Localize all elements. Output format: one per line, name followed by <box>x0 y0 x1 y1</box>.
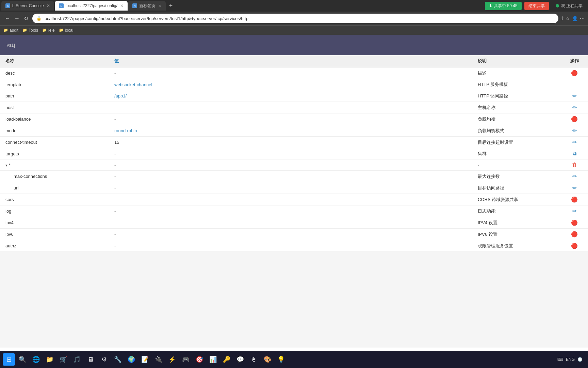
page-header: vs1] <box>0 35 588 55</box>
tab-localhost[interactable]: L localhost:7227/pages/config/ ✕ <box>55 1 128 11</box>
cell-value-ipv6: - <box>109 229 472 240</box>
cell-desc-connect-timeout: 目标连接超时设置 <box>472 137 561 148</box>
cell-action-connect-timeout: ✏ <box>561 137 588 148</box>
taskbar-lightning[interactable]: ⚡ <box>166 353 178 366</box>
col-header-value: 值 <box>109 55 472 67</box>
delete-icon[interactable]: 🔴 <box>571 220 578 226</box>
copy-icon[interactable]: ⧉ <box>573 151 576 156</box>
col-header-action: 操作 <box>561 55 588 67</box>
taskbar-idea[interactable]: 💡 <box>275 353 287 366</box>
new-tab-button[interactable]: + <box>166 2 176 10</box>
bookmark-button[interactable]: ☆ <box>566 16 570 21</box>
address-actions: ⤴ ☆ 👤 ⋯ <box>561 16 585 21</box>
delete-icon[interactable]: 🔴 <box>571 197 578 202</box>
edit-icon[interactable]: ✏ <box>572 128 577 134</box>
cell-desc-loadbalance: 负载均衡 <box>472 113 561 125</box>
cell-desc-ipv4: IPV4 设置 <box>472 217 561 229</box>
taskbar-game[interactable]: 🎮 <box>180 353 192 366</box>
tab-close-1[interactable]: ✕ <box>47 3 50 8</box>
cell-action-max-connections: ✏ <box>561 171 588 182</box>
table-header: 名称 值 说明 操作 <box>0 55 588 67</box>
bookmark-local[interactable]: 📁 local <box>59 28 74 33</box>
taskbar-terminal[interactable]: 🖥 <box>84 353 97 366</box>
forward-button[interactable]: → <box>13 15 21 22</box>
taskbar-notepad[interactable]: 📝 <box>139 353 151 366</box>
taskbar-tools[interactable]: 🔧 <box>112 353 124 366</box>
cell-desc-ipv6: IPV6 设置 <box>472 229 561 240</box>
taskbar-chart[interactable]: 📊 <box>207 353 219 366</box>
edit-icon[interactable]: ✏ <box>572 93 577 99</box>
taskbar-music[interactable]: 🎵 <box>71 353 83 366</box>
edit-icon[interactable]: ✏ <box>572 185 577 191</box>
bookmark-audit[interactable]: 📁 audit <box>3 28 18 33</box>
taskbar-settings[interactable]: ⚙ <box>98 353 110 366</box>
address-bar[interactable]: 🔒 localhost:7227/pages/config/index.html… <box>32 14 558 23</box>
cell-name-host: host <box>0 102 109 113</box>
folder-icon-2: 📁 <box>22 28 27 32</box>
table-body: desc - 描述 🔴 template websocket-channel H… <box>0 67 588 252</box>
taskbar-file-explorer[interactable]: 📁 <box>44 353 56 366</box>
taskbar-power[interactable]: 🔌 <box>152 353 165 366</box>
delete-icon[interactable]: 🗑 <box>572 162 577 168</box>
cell-name-log: log <box>0 205 109 217</box>
share-page-button[interactable]: ⤴ <box>561 16 564 21</box>
taskbar-key[interactable]: 🔑 <box>220 353 233 366</box>
delete-icon[interactable]: 🔴 <box>571 116 578 122</box>
cell-action-loadbalance: 🔴 <box>561 113 588 125</box>
taskbar-store[interactable]: 🛒 <box>57 353 69 366</box>
address-text: localhost:7227/pages/config/index.html?b… <box>44 16 248 21</box>
menu-button[interactable]: ⋯ <box>580 16 585 21</box>
table-row: ipv4 - IPV4 设置 🔴 <box>0 217 588 229</box>
tab-server-console[interactable]: S b Server Console ✕ <box>1 1 54 11</box>
cell-value-url: - <box>109 182 472 194</box>
bookmark-tools[interactable]: 📁 Tools <box>22 28 38 33</box>
path-link[interactable]: /app1/ <box>114 93 127 98</box>
edit-icon[interactable]: ✏ <box>572 139 577 145</box>
reload-button[interactable]: ↻ <box>22 15 30 22</box>
taskbar-paint[interactable]: 🎨 <box>261 353 274 366</box>
taskbar-chat[interactable]: 💬 <box>234 353 246 366</box>
table-row: connect-timeout 15 目标连接超时设置 ✏ <box>0 137 588 148</box>
delete-icon[interactable]: 🔴 <box>571 243 578 249</box>
taskbar-keyboard-icon: ⌨ <box>557 357 563 362</box>
cell-action-authz: 🔴 <box>561 240 588 252</box>
taskbar-globe[interactable]: 🌍 <box>125 353 137 366</box>
share-time-label: 共享中 59:45 <box>494 3 517 9</box>
cell-desc-host: 主机名称 <box>472 102 561 113</box>
end-share-button[interactable]: 结束共享 <box>524 2 549 10</box>
mode-link[interactable]: round-robin <box>114 128 137 133</box>
taskbar-target[interactable]: 🎯 <box>193 353 206 366</box>
cell-name-mode: mode <box>0 125 109 137</box>
cell-desc-mode: 负载均衡模式 <box>472 125 561 137</box>
cell-desc-desc: 描述 <box>472 67 561 79</box>
table-row: url - 目标访问路径 ✏ <box>0 182 588 194</box>
tab-close-2[interactable]: ✕ <box>120 3 124 8</box>
edit-icon[interactable]: ✏ <box>572 173 577 179</box>
cell-name-loadbalance: load-balance <box>0 113 109 125</box>
edit-icon[interactable]: ✏ <box>572 208 577 214</box>
cell-value-path: /app1/ <box>109 90 472 102</box>
lock-icon: 🔒 <box>36 16 42 21</box>
tab-close-3[interactable]: ✕ <box>158 3 162 8</box>
delete-icon[interactable]: 🔴 <box>571 231 578 237</box>
bookmark-lele[interactable]: 📁 lele <box>42 28 55 33</box>
bookmark-audit-label: audit <box>10 28 18 33</box>
edit-icon[interactable]: ✏ <box>572 105 577 110</box>
table-row: mode round-robin 负载均衡模式 ✏ <box>0 125 588 137</box>
back-button[interactable]: ← <box>3 15 12 22</box>
cell-name-cors: cors <box>0 194 109 205</box>
taskbar-mouse[interactable]: 🖱 <box>248 353 260 366</box>
cell-action-targets: ⧉ <box>561 148 588 159</box>
share-active-button[interactable]: ⬇ 共享中 59:45 <box>485 2 521 10</box>
profile-button[interactable]: 👤 <box>572 16 578 21</box>
cell-action-ipv6: 🔴 <box>561 229 588 240</box>
template-link[interactable]: websocket-channel <box>114 82 152 87</box>
taskbar-browser-edge[interactable]: 🌐 <box>30 353 42 366</box>
tab-newtab[interactable]: N 新标签页 ✕ <box>128 1 166 11</box>
expand-icon[interactable]: ▾ <box>5 163 7 167</box>
config-table: 名称 值 说明 操作 desc - 描述 🔴 template websocke… <box>0 55 588 252</box>
start-button[interactable]: ⊞ <box>3 353 15 366</box>
delete-icon[interactable]: 🔴 <box>571 70 578 76</box>
cell-name-authz: authz <box>0 240 109 252</box>
taskbar-search[interactable]: 🔍 <box>16 353 29 366</box>
